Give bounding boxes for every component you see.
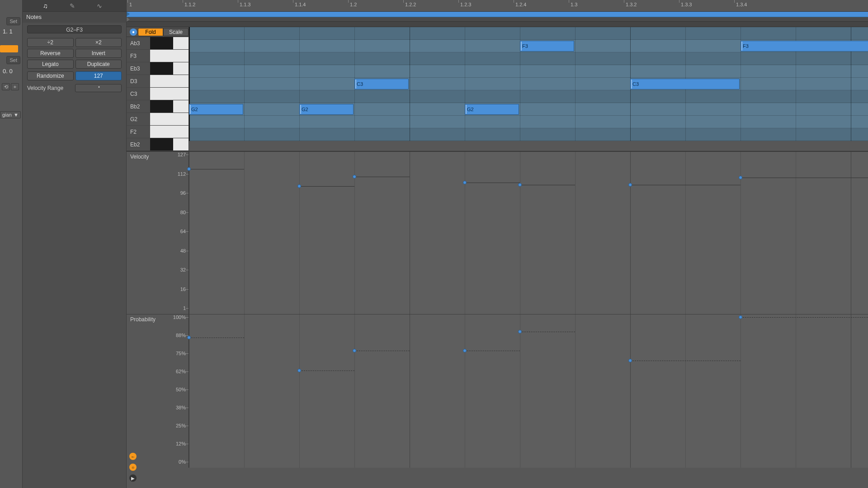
piano-key-visual [150,50,189,62]
duplicate-button[interactable]: Duplicate [75,60,122,69]
probability-marker[interactable] [628,359,632,362]
probability-marker[interactable] [187,336,191,339]
envelope-tab-icon[interactable]: ✎ [63,2,81,9]
set-button-1[interactable]: Set [6,17,20,25]
piano-key[interactable]: Eb2 [127,138,189,151]
velocity-axis-label: 16 [180,286,186,292]
play-marker-lane[interactable] [127,17,868,22]
midi-note[interactable]: G2 [465,104,519,115]
midi-note[interactable]: C3 [630,79,740,89]
velocity-marker[interactable] [353,175,356,178]
note-range-field[interactable]: G2–F3 [27,25,122,33]
scale-button[interactable]: Scale [163,28,189,36]
velocity-stem[interactable] [741,178,868,178]
velocity-axis-label: 112 [178,171,186,177]
velocity-range-field[interactable] [75,84,122,92]
piano-key-visual [150,88,189,100]
reverse-button[interactable]: Reverse [27,49,74,58]
legato-button[interactable]: Legato [27,60,74,69]
velocity-marker[interactable] [297,184,301,188]
loop-icon[interactable]: ⟲ [2,83,10,90]
velocity-marker[interactable] [463,181,467,184]
piano-key-visual [150,37,189,49]
notes-header: Notes [23,12,126,23]
timeline-tick: 1.3.2 [626,2,637,7]
value-field-1[interactable]: 1. 1 [3,28,13,35]
piano-key[interactable]: F2 [127,126,189,138]
half-time-button[interactable]: ÷2 [27,38,74,47]
probability-stem[interactable] [189,338,244,338]
velocity-marker[interactable] [739,176,742,179]
probability-axis-label: 0% [179,459,186,465]
randomize-value[interactable]: 127 [75,71,122,80]
piano-key[interactable]: Bb2 [127,100,189,113]
probability-plot[interactable] [189,314,868,468]
midi-editor: 11.1.21.1.31.1.41.21.2.21.2.31.2.41.31.3… [127,0,868,488]
scale-dropdown[interactable]: gian ▼ [0,111,21,118]
plus-icon[interactable]: + [11,83,19,90]
velocity-axis-label: 96 [180,190,186,196]
probability-stem[interactable] [299,371,354,371]
play-icon[interactable]: ▶ [129,474,137,482]
piano-key[interactable]: C3 [127,88,189,100]
piano-key[interactable]: Ab3 [127,37,189,50]
velocity-marker[interactable] [518,183,522,187]
velocity-stem[interactable] [520,185,575,185]
value-field-2[interactable]: 0. 0 [3,68,13,75]
probability-marker[interactable] [297,369,301,372]
velocity-stem[interactable] [630,185,741,185]
probability-axis-label: 100% [173,314,186,320]
expression-tab-icon[interactable]: ∿ [90,2,108,9]
piano-key[interactable]: Eb3 [127,62,189,75]
clip-header-strip [127,22,868,27]
probability-stem[interactable] [520,332,575,332]
timeline-tick: 1.1.3 [240,2,250,7]
piano-key-label: C3 [127,91,150,97]
probability-marker[interactable] [518,330,522,333]
timeline-ruler[interactable]: 11.1.21.1.31.1.41.21.2.21.2.31.2.41.31.3… [127,0,868,12]
probability-marker[interactable] [353,349,356,352]
probability-axis-label: 25% [176,423,186,428]
probability-stem[interactable] [465,351,520,351]
probability-marker[interactable] [463,349,467,352]
probability-lane-title: Probability [130,316,156,323]
probability-marker[interactable] [739,315,742,319]
chevron-down-icon: ▼ [14,112,19,117]
piano-key[interactable]: D3 [127,75,189,88]
probability-axis-label: 75% [176,351,186,356]
midi-note[interactable]: F3 [520,41,574,52]
midi-note[interactable]: G2 [299,104,354,115]
midi-note[interactable]: C3 [354,79,409,89]
timeline-tick: 1.3.3 [681,2,692,7]
probability-stem[interactable] [630,361,741,361]
double-time-button[interactable]: ×2 [75,38,122,47]
prev-lane-icon[interactable]: ← [129,453,137,460]
probability-stem[interactable] [354,351,410,351]
piano-key-label: G2 [127,116,150,122]
midi-note[interactable]: G2 [189,104,243,115]
velocity-stem[interactable] [299,186,354,187]
key-column: ● Fold Scale Ab3F3Eb3D3C3Bb2G2F2Eb2 [127,27,189,151]
piano-key[interactable]: G2 [127,113,189,126]
randomize-button[interactable]: Randomize [27,71,74,80]
lane-options-icon[interactable]: ○ [129,464,137,471]
note-grid[interactable]: G2G2C3G2F3C3F3 [189,27,868,141]
velocity-marker[interactable] [628,183,632,187]
set-button-2[interactable]: Set [6,56,20,64]
notes-panel: ♫ ✎ ∿ Notes G2–F3 ÷2 ×2 Reverse Invert L… [23,0,127,488]
velocity-stem[interactable] [189,169,244,169]
fold-button[interactable]: Fold [138,28,163,36]
probability-axis-label: 62% [176,369,186,374]
velocity-stem[interactable] [465,183,520,183]
midi-note[interactable]: F3 [741,41,868,52]
velocity-stem[interactable] [354,177,410,177]
velocity-marker[interactable] [187,167,191,171]
loop-brace[interactable] [127,12,868,17]
invert-button[interactable]: Invert [75,49,122,58]
notes-tab-icon[interactable]: ♫ [36,2,54,9]
velocity-plot[interactable] [189,152,868,314]
timeline-tick: 1.2.3 [460,2,471,7]
probability-stem[interactable] [741,317,868,318]
piano-key[interactable]: F3 [127,50,189,62]
scale-indicator-icon[interactable]: ● [130,28,137,36]
